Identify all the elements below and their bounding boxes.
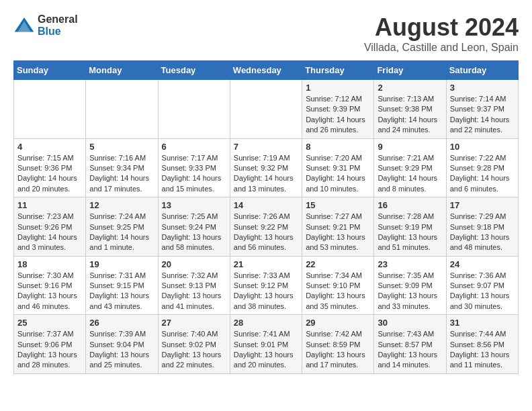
day-cell: 30Sunrise: 7:43 AMSunset: 8:57 PMDayligh… (374, 315, 446, 374)
header-cell-monday: Monday (86, 61, 158, 80)
header-cell-sunday: Sunday (14, 61, 86, 80)
day-cell: 20Sunrise: 7:32 AMSunset: 9:13 PMDayligh… (158, 256, 230, 315)
day-number: 19 (89, 259, 154, 269)
day-info: Sunrise: 7:16 AMSunset: 9:34 PMDaylight:… (89, 153, 154, 195)
day-cell: 17Sunrise: 7:29 AMSunset: 9:18 PMDayligh… (446, 197, 518, 257)
logo-general: General (38, 13, 78, 26)
day-number: 20 (162, 259, 226, 269)
header-cell-friday: Friday (374, 61, 446, 80)
day-info: Sunrise: 7:35 AMSunset: 9:09 PMDaylight:… (378, 271, 442, 312)
day-info: Sunrise: 7:20 AMSunset: 9:31 PMDaylight:… (306, 153, 370, 195)
week-row-4: 18Sunrise: 7:30 AMSunset: 9:16 PMDayligh… (14, 256, 519, 315)
day-number: 7 (234, 142, 298, 152)
day-info: Sunrise: 7:15 AMSunset: 9:36 PMDaylight:… (17, 153, 82, 195)
day-info: Sunrise: 7:27 AMSunset: 9:21 PMDaylight:… (306, 212, 370, 253)
header-cell-tuesday: Tuesday (158, 61, 230, 80)
week-row-5: 25Sunrise: 7:37 AMSunset: 9:06 PMDayligh… (14, 315, 519, 374)
day-info: Sunrise: 7:17 AMSunset: 9:33 PMDaylight:… (162, 153, 226, 195)
day-number: 18 (17, 259, 82, 269)
day-cell: 8Sunrise: 7:20 AMSunset: 9:31 PMDaylight… (302, 138, 374, 197)
location-subtitle: Villada, Castille and Leon, Spain (364, 42, 519, 54)
day-cell: 10Sunrise: 7:22 AMSunset: 9:28 PMDayligh… (446, 138, 518, 197)
day-cell: 28Sunrise: 7:41 AMSunset: 9:01 PMDayligh… (230, 315, 302, 374)
day-cell: 18Sunrise: 7:30 AMSunset: 9:16 PMDayligh… (14, 256, 86, 315)
day-number: 22 (306, 259, 370, 269)
month-year-title: August 2024 (364, 13, 519, 42)
day-info: Sunrise: 7:39 AMSunset: 9:04 PMDaylight:… (89, 329, 154, 371)
day-number: 28 (234, 318, 298, 328)
day-info: Sunrise: 7:12 AMSunset: 9:39 PMDaylight:… (306, 94, 370, 136)
day-info: Sunrise: 7:28 AMSunset: 9:19 PMDaylight:… (378, 212, 442, 253)
day-info: Sunrise: 7:30 AMSunset: 9:16 PMDaylight:… (17, 271, 82, 312)
day-cell: 19Sunrise: 7:31 AMSunset: 9:15 PMDayligh… (86, 256, 158, 315)
day-number: 24 (450, 259, 515, 269)
day-number: 5 (89, 142, 154, 152)
header-cell-saturday: Saturday (446, 61, 518, 80)
day-number: 30 (378, 318, 442, 328)
day-number: 23 (378, 259, 442, 269)
day-number: 10 (450, 142, 515, 152)
day-info: Sunrise: 7:24 AMSunset: 9:25 PMDaylight:… (89, 212, 154, 253)
day-cell: 7Sunrise: 7:19 AMSunset: 9:32 PMDaylight… (230, 138, 302, 197)
day-cell: 14Sunrise: 7:26 AMSunset: 9:22 PMDayligh… (230, 197, 302, 257)
day-number: 11 (17, 200, 82, 210)
day-cell (14, 80, 86, 139)
day-number: 6 (162, 142, 226, 152)
day-number: 2 (378, 83, 442, 93)
day-cell: 12Sunrise: 7:24 AMSunset: 9:25 PMDayligh… (86, 197, 158, 257)
calendar-header: SundayMondayTuesdayWednesdayThursdayFrid… (14, 61, 519, 80)
day-cell: 1Sunrise: 7:12 AMSunset: 9:39 PMDaylight… (302, 80, 374, 139)
day-number: 29 (306, 318, 370, 328)
day-number: 31 (450, 318, 515, 328)
calendar-body: 1Sunrise: 7:12 AMSunset: 9:39 PMDaylight… (14, 80, 519, 374)
day-number: 1 (306, 83, 370, 93)
day-info: Sunrise: 7:19 AMSunset: 9:32 PMDaylight:… (234, 153, 298, 195)
day-info: Sunrise: 7:29 AMSunset: 9:18 PMDaylight:… (450, 212, 515, 253)
day-info: Sunrise: 7:34 AMSunset: 9:10 PMDaylight:… (306, 271, 370, 312)
day-cell: 11Sunrise: 7:23 AMSunset: 9:26 PMDayligh… (14, 197, 86, 257)
day-number: 26 (89, 318, 154, 328)
week-row-2: 4Sunrise: 7:15 AMSunset: 9:36 PMDaylight… (14, 138, 519, 197)
day-info: Sunrise: 7:31 AMSunset: 9:15 PMDaylight:… (89, 271, 154, 312)
day-number: 13 (162, 200, 226, 210)
day-cell: 25Sunrise: 7:37 AMSunset: 9:06 PMDayligh… (14, 315, 86, 374)
day-cell (230, 80, 302, 139)
day-number: 25 (17, 318, 82, 328)
day-cell: 21Sunrise: 7:33 AMSunset: 9:12 PMDayligh… (230, 256, 302, 315)
page-header: General Blue August 2024 Villada, Castil… (13, 13, 519, 54)
day-number: 4 (17, 142, 82, 152)
day-cell: 16Sunrise: 7:28 AMSunset: 9:19 PMDayligh… (374, 197, 446, 257)
day-number: 14 (234, 200, 298, 210)
day-info: Sunrise: 7:21 AMSunset: 9:29 PMDaylight:… (378, 153, 442, 195)
day-info: Sunrise: 7:33 AMSunset: 9:12 PMDaylight:… (234, 271, 298, 312)
day-info: Sunrise: 7:37 AMSunset: 9:06 PMDaylight:… (17, 329, 82, 371)
day-cell: 6Sunrise: 7:17 AMSunset: 9:33 PMDaylight… (158, 138, 230, 197)
day-cell: 23Sunrise: 7:35 AMSunset: 9:09 PMDayligh… (374, 256, 446, 315)
day-number: 12 (89, 200, 154, 210)
week-row-3: 11Sunrise: 7:23 AMSunset: 9:26 PMDayligh… (14, 197, 519, 257)
day-number: 27 (162, 318, 226, 328)
header-cell-wednesday: Wednesday (230, 61, 302, 80)
day-number: 17 (450, 200, 515, 210)
title-block: August 2024 Villada, Castille and Leon, … (364, 13, 519, 54)
week-row-1: 1Sunrise: 7:12 AMSunset: 9:39 PMDaylight… (14, 80, 519, 139)
day-cell (86, 80, 158, 139)
day-number: 21 (234, 259, 298, 269)
day-cell: 24Sunrise: 7:36 AMSunset: 9:07 PMDayligh… (446, 256, 518, 315)
day-cell: 5Sunrise: 7:16 AMSunset: 9:34 PMDaylight… (86, 138, 158, 197)
day-cell: 27Sunrise: 7:40 AMSunset: 9:02 PMDayligh… (158, 315, 230, 374)
day-cell: 2Sunrise: 7:13 AMSunset: 9:38 PMDaylight… (374, 80, 446, 139)
logo-blue: Blue (38, 26, 78, 38)
day-cell: 4Sunrise: 7:15 AMSunset: 9:36 PMDaylight… (14, 138, 86, 197)
day-info: Sunrise: 7:25 AMSunset: 9:24 PMDaylight:… (162, 212, 226, 253)
day-cell: 15Sunrise: 7:27 AMSunset: 9:21 PMDayligh… (302, 197, 374, 257)
day-info: Sunrise: 7:14 AMSunset: 9:37 PMDaylight:… (450, 94, 515, 136)
day-number: 16 (378, 200, 442, 210)
day-number: 9 (378, 142, 442, 152)
day-cell (158, 80, 230, 139)
day-info: Sunrise: 7:40 AMSunset: 9:02 PMDaylight:… (162, 329, 226, 371)
day-cell: 29Sunrise: 7:42 AMSunset: 8:59 PMDayligh… (302, 315, 374, 374)
day-number: 3 (450, 83, 515, 93)
day-cell: 13Sunrise: 7:25 AMSunset: 9:24 PMDayligh… (158, 197, 230, 257)
day-cell: 9Sunrise: 7:21 AMSunset: 9:29 PMDaylight… (374, 138, 446, 197)
